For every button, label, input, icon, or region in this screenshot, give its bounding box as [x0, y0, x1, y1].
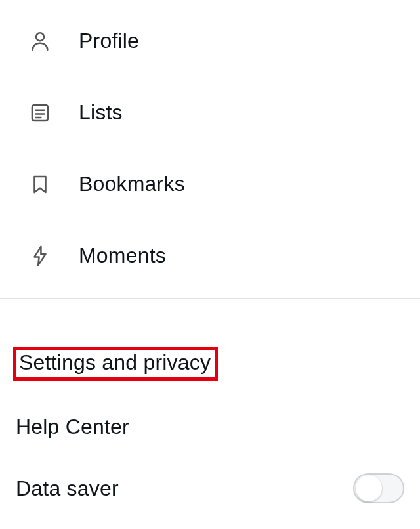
toggle-knob [356, 475, 382, 501]
bookmark-icon [29, 173, 51, 196]
data-saver-toggle[interactable] [353, 473, 404, 503]
moments-icon [29, 245, 51, 267]
menu-item-help-center[interactable]: Help Center [0, 398, 420, 456]
profile-icon [29, 30, 51, 53]
menu-label-profile: Profile [79, 29, 139, 53]
menu-label-lists: Lists [79, 100, 123, 125]
menu-label-bookmarks: Bookmarks [79, 172, 185, 196]
menu-item-moments[interactable]: Moments [0, 220, 420, 291]
secondary-menu: Settings and privacy Help Center Data sa… [0, 299, 420, 503]
lists-icon [29, 102, 51, 124]
menu-item-bookmarks[interactable]: Bookmarks [0, 148, 420, 220]
menu-label-settings-and-privacy: Settings and privacy [19, 350, 211, 374]
menu-item-data-saver: Data saver [0, 456, 420, 503]
menu-label-moments: Moments [79, 243, 166, 268]
menu-item-lists[interactable]: Lists [0, 77, 420, 148]
svg-rect-1 [32, 104, 48, 120]
menu-item-settings-and-privacy[interactable]: Settings and privacy [0, 330, 420, 398]
highlight-box: Settings and privacy [13, 347, 218, 381]
menu-item-profile[interactable]: Profile [0, 5, 420, 77]
menu-label-data-saver: Data saver [16, 476, 119, 501]
svg-point-0 [36, 33, 44, 41]
primary-menu: Profile Lists Bookmarks Moments [0, 0, 420, 291]
menu-label-help-center: Help Center [16, 415, 129, 439]
